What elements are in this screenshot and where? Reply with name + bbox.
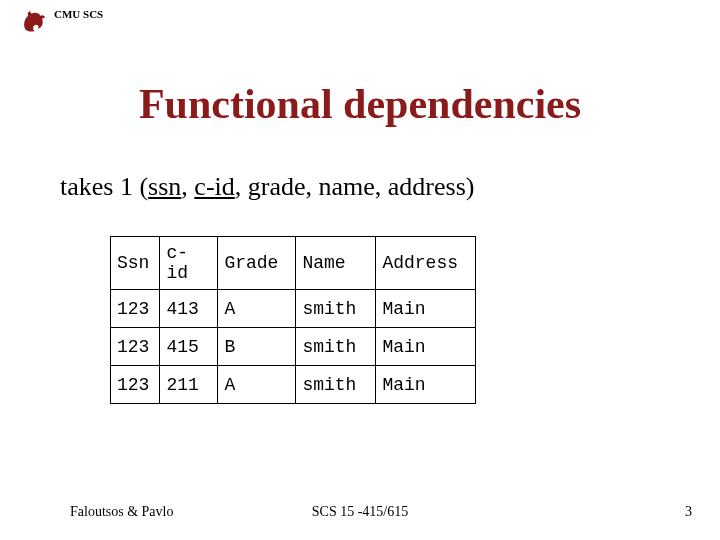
table-header-cell: Grade xyxy=(218,237,296,290)
table-cell: smith xyxy=(296,366,376,404)
table-cell: A xyxy=(218,366,296,404)
table-cell: B xyxy=(218,328,296,366)
schema-key-cid: c-id xyxy=(194,172,234,201)
table-row: 123 211 A smith Main xyxy=(111,366,476,404)
table-header-row: Ssn c-id Grade Name Address xyxy=(111,237,476,290)
dragon-logo-icon xyxy=(20,6,48,34)
data-table: Ssn c-id Grade Name Address 123 413 A sm… xyxy=(110,236,476,404)
schema-sep1: , xyxy=(181,172,194,201)
table-header-cell: Ssn xyxy=(111,237,160,290)
schema-rest: grade, name, address) xyxy=(248,172,475,201)
table-cell: smith xyxy=(296,290,376,328)
schema-sep2: , xyxy=(235,172,248,201)
table-cell: 123 xyxy=(111,290,160,328)
table-cell: Main xyxy=(376,328,476,366)
table-header-cell: Address xyxy=(376,237,476,290)
header-label: CMU SCS xyxy=(54,6,103,20)
footer-course: SCS 15 -415/615 xyxy=(0,504,720,520)
table-cell: 211 xyxy=(160,366,218,404)
relation-schema: takes 1 (ssn, c-id, grade, name, address… xyxy=(60,172,474,202)
table-cell: smith xyxy=(296,328,376,366)
table-header-cell: c-id xyxy=(160,237,218,290)
table-header-cell: Name xyxy=(296,237,376,290)
table-cell: Main xyxy=(376,290,476,328)
table-cell: 415 xyxy=(160,328,218,366)
header: CMU SCS xyxy=(20,6,103,34)
schema-open: ( xyxy=(139,172,148,201)
table-row: 123 415 B smith Main xyxy=(111,328,476,366)
schema-relation: takes 1 xyxy=(60,172,133,201)
table-cell: A xyxy=(218,290,296,328)
footer-page-number: 3 xyxy=(685,504,692,520)
schema-key-ssn: ssn xyxy=(148,172,181,201)
table-cell: 413 xyxy=(160,290,218,328)
table-cell: 123 xyxy=(111,366,160,404)
table-row: 123 413 A smith Main xyxy=(111,290,476,328)
table-cell: 123 xyxy=(111,328,160,366)
slide-title: Functional dependencies xyxy=(0,80,720,128)
table-cell: Main xyxy=(376,366,476,404)
